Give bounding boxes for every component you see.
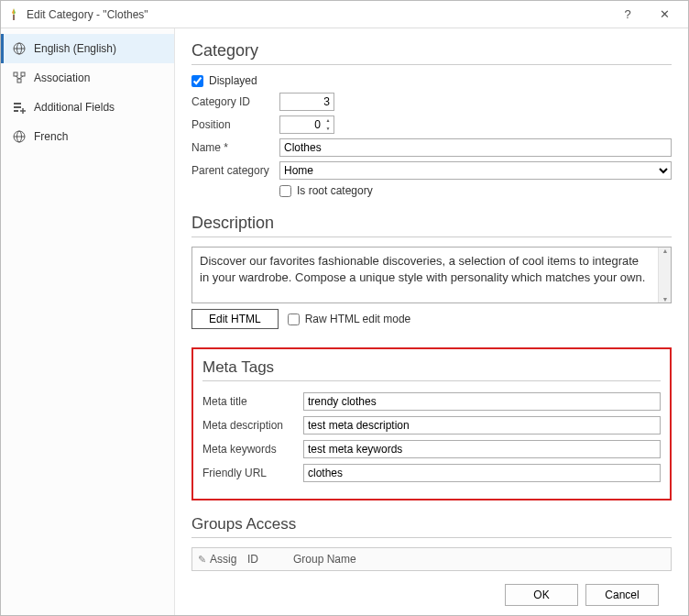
name-label: Name * (191, 141, 279, 154)
svg-rect-6 (17, 79, 21, 82)
window-title: Edit Category - "Clothes" (27, 8, 609, 21)
svg-rect-9 (14, 103, 21, 104)
col-id: ID (247, 553, 293, 566)
friendly-url-label: Friendly URL (202, 467, 303, 479)
meta-tags-section: Meta Tags Meta title Meta description Me… (191, 347, 672, 500)
globe-icon (12, 41, 27, 56)
friendly-url-input[interactable] (303, 464, 661, 482)
displayed-label: Displayed (209, 74, 257, 87)
association-icon (12, 71, 27, 85)
is-root-label: Is root category (297, 184, 373, 197)
sidebar-item-label: English (English) (34, 42, 116, 55)
parent-label: Parent category (191, 164, 279, 177)
displayed-checkbox[interactable] (191, 75, 203, 87)
category-heading: Category (191, 41, 672, 60)
app-icon (6, 7, 21, 22)
edit-html-button[interactable]: Edit HTML (191, 309, 279, 329)
sidebar-item-french[interactable]: French (1, 122, 174, 151)
col-assig: Assig (210, 553, 236, 566)
edit-category-window: Edit Category - "Clothes" ? ✕ English (E… (0, 0, 689, 616)
cancel-button[interactable]: Cancel (585, 584, 659, 606)
description-textarea[interactable]: Discover our favorites fashionable disco… (191, 247, 672, 303)
sidebar-item-additional-fields[interactable]: Additional Fields (1, 93, 174, 122)
category-id-input[interactable] (279, 93, 334, 111)
meta-title-input[interactable] (303, 392, 661, 411)
globe-icon (12, 129, 27, 144)
sidebar: English (English) Association Additional… (1, 28, 175, 615)
additional-fields-icon (12, 100, 27, 115)
is-root-checkbox[interactable] (279, 185, 291, 197)
category-id-label: Category ID (191, 95, 279, 108)
name-input[interactable] (279, 138, 672, 157)
svg-rect-4 (14, 72, 17, 76)
root-row: Is root category (279, 184, 672, 197)
svg-rect-10 (14, 106, 21, 108)
sidebar-item-label: French (34, 130, 68, 143)
svg-rect-5 (21, 72, 25, 76)
meta-description-label: Meta description (202, 419, 303, 432)
main-panel: Category Displayed Category ID Position … (175, 28, 688, 615)
edit-icon: ✎ (198, 554, 206, 566)
position-label: Position (191, 118, 279, 131)
svg-rect-11 (14, 110, 18, 112)
help-button[interactable]: ? (609, 2, 646, 28)
raw-html-label: Raw HTML edit mode (305, 313, 411, 325)
position-spinner[interactable]: ▲▼ (323, 116, 334, 133)
ok-button[interactable]: OK (505, 584, 578, 606)
dialog-buttons: OK Cancel (191, 575, 672, 615)
sidebar-item-label: Association (34, 72, 90, 84)
parent-category-select[interactable]: Home (279, 161, 672, 180)
description-text: Discover our favorites fashionable disco… (192, 248, 658, 302)
groups-heading: Groups Access (191, 515, 672, 534)
titlebar: Edit Category - "Clothes" ? ✕ (1, 1, 688, 28)
svg-rect-0 (13, 15, 15, 20)
sidebar-item-association[interactable]: Association (1, 63, 174, 93)
close-button[interactable]: ✕ (646, 2, 683, 28)
meta-title-label: Meta title (202, 395, 303, 408)
sidebar-item-english[interactable]: English (English) (1, 34, 174, 63)
meta-keywords-label: Meta keywords (202, 443, 303, 456)
sidebar-item-label: Additional Fields (34, 101, 115, 114)
displayed-row: Displayed (191, 74, 672, 87)
groups-table-header: ✎Assig ID Group Name (191, 547, 672, 571)
description-heading: Description (191, 214, 672, 233)
col-group-name: Group Name (293, 553, 665, 566)
raw-html-checkbox[interactable] (288, 314, 300, 325)
meta-keywords-input[interactable] (303, 440, 661, 458)
meta-heading: Meta Tags (202, 358, 661, 377)
meta-description-input[interactable] (303, 416, 661, 434)
scrollbar[interactable] (658, 248, 671, 302)
